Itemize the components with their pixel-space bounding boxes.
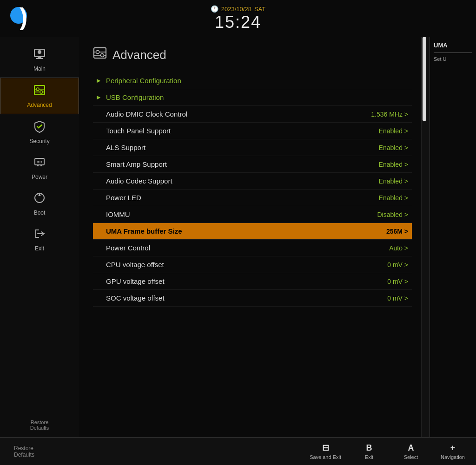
main-label: Main [33, 65, 46, 72]
sidebar-item-main[interactable]: Main [0, 42, 79, 78]
arrow-icon-cpu-v: ▶ [97, 262, 100, 268]
restore-footer-label: RestoreDefaults [14, 445, 34, 458]
logo-d: ) [20, 5, 37, 30]
arrow-icon-als: ▶ [97, 144, 100, 151]
main-layout: Main Advanced [0, 37, 476, 437]
right-panel-divider [434, 52, 472, 53]
setting-name-als: ALS Support [106, 144, 370, 151]
setting-smart-amp[interactable]: ▶ Smart Amp Support Enabled > [93, 156, 412, 173]
clock-icon: 🕐 [211, 5, 218, 13]
sidebar-item-security[interactable]: Security [0, 114, 79, 150]
setting-value-power-led: Enabled > [379, 194, 408, 202]
select-btn-icon: A [408, 443, 414, 453]
power-label: Power [32, 174, 47, 180]
setting-value-iommu: Disabled > [377, 211, 408, 218]
setting-value-dmic: 1.536 MHz > [371, 111, 408, 118]
arrow-icon-power-led: ▶ [97, 195, 100, 201]
setting-power-led[interactable]: ▶ Power LED Enabled > [93, 190, 412, 206]
right-panel-desc: Set U [434, 56, 472, 63]
sidebar-item-power[interactable]: Power [0, 150, 79, 186]
navigation-btn-icon: + [450, 443, 456, 453]
arrow-icon-power-ctrl: ▶ [97, 245, 100, 251]
arrow-icon-usb: ▶ [97, 94, 100, 100]
setting-uma-frame[interactable]: ▶ UMA Frame buffer Size 256M > [93, 223, 412, 240]
header-date: 🕐 2023/10/28 SAT [211, 5, 265, 13]
setting-gpu-voltage[interactable]: ▶ GPU voltage offset 0 mV > [93, 273, 412, 290]
setting-usb-config[interactable]: ▶ USB Configuration [93, 89, 412, 106]
setting-name-uma: UMA Frame buffer Size [106, 227, 377, 235]
setting-iommu[interactable]: ▶ IOMMU Disabled > [93, 206, 412, 223]
setting-soc-voltage[interactable]: ▶ SOC voltage offset 0 mV > [93, 290, 412, 307]
setting-touch-panel[interactable]: ▶ Touch Panel Support Enabled > [93, 123, 412, 139]
setting-name-gpu-v: GPU voltage offset [106, 277, 378, 285]
exit-button[interactable]: B Exit [355, 443, 383, 460]
sidebar-item-advanced[interactable]: Advanced [0, 78, 79, 114]
arrow-icon-uma: ▶ [97, 228, 100, 234]
page-title: Advanced [93, 46, 412, 63]
exit-btn-icon: B [366, 443, 372, 453]
svg-rect-4 [34, 85, 45, 95]
power-icon [33, 156, 46, 172]
scrollbar-thumb[interactable] [423, 37, 426, 121]
svg-point-8 [40, 91, 43, 93]
save-exit-icon: ⊟ [322, 443, 329, 453]
sidebar-item-boot[interactable]: Boot [0, 186, 79, 222]
time-display: 15:24 [215, 13, 261, 32]
content-area: Advanced ▶ Peripheral Configuration ▶ US… [79, 37, 421, 437]
select-button[interactable]: A Select [397, 443, 425, 460]
svg-rect-13 [40, 165, 42, 166]
setting-value-smart-amp: Enabled > [379, 161, 408, 168]
day-text: SAT [254, 6, 265, 13]
save-exit-button[interactable]: ⊟ Save and Exit [310, 443, 341, 460]
page-title-text: Advanced [112, 48, 166, 62]
setting-name-dmic: Audio DMIC Clock Control [106, 110, 362, 118]
restore-defaults-footer[interactable]: RestoreDefaults [14, 445, 34, 458]
boot-label: Boot [34, 210, 46, 216]
svg-point-25 [101, 54, 104, 57]
setting-name-cpu-v: CPU voltage offset [106, 261, 378, 269]
exit-label: Exit [35, 245, 44, 252]
setting-value-als: Enabled > [379, 144, 408, 151]
exit-btn-label: Exit [365, 454, 373, 460]
time-block: 🕐 2023/10/28 SAT 15:24 [211, 5, 265, 32]
sidebar: Main Advanced [0, 37, 79, 437]
setting-cpu-voltage[interactable]: ▶ CPU voltage offset 0 mV > [93, 256, 412, 273]
exit-icon [33, 227, 46, 243]
setting-value-audio-codec: Enabled > [379, 177, 408, 185]
setting-als[interactable]: ▶ ALS Support Enabled > [93, 139, 412, 156]
setting-audio-codec[interactable]: ▶ Audio Codec Support Enabled > [93, 173, 412, 190]
setting-name-peripheral: Peripheral Configuration [106, 77, 399, 85]
right-panel-title: UMA [434, 42, 472, 49]
navigation-button[interactable]: + Navigation [439, 443, 467, 460]
advanced-label: Advanced [27, 102, 52, 108]
navigation-btn-label: Navigation [441, 454, 465, 460]
footer: RestoreDefaults ⊟ Save and Exit B Exit A… [0, 437, 476, 465]
logo: ) [9, 5, 37, 33]
svg-point-3 [38, 50, 41, 54]
svg-rect-1 [38, 57, 41, 58]
arrow-icon-audio-codec: ▶ [97, 178, 100, 184]
setting-name-soc-v: SOC voltage offset [106, 294, 378, 302]
setting-audio-dmic[interactable]: ▶ Audio DMIC Clock Control 1.536 MHz > [93, 106, 412, 123]
arrow-icon-iommu: ▶ [97, 211, 100, 217]
security-label: Security [29, 138, 49, 144]
setting-power-control[interactable]: ▶ Power Control Auto > [93, 240, 412, 256]
setting-value-soc-v: 0 mV > [387, 295, 408, 302]
setting-value-power-control: Auto > [389, 244, 408, 252]
setting-peripheral-config[interactable]: ▶ Peripheral Configuration [93, 72, 412, 89]
svg-point-22 [96, 51, 99, 54]
setting-name-audio-codec: Audio Codec Support [106, 177, 370, 185]
main-icon [33, 47, 46, 64]
advanced-icon [33, 84, 46, 100]
sidebar-item-exit[interactable]: Exit [0, 222, 79, 257]
arrow-icon-smart-amp: ▶ [97, 161, 100, 167]
security-icon [33, 120, 46, 136]
scrollbar-track[interactable] [421, 37, 430, 437]
restore-label: RestoreDefaults [30, 419, 49, 431]
date-text: 2023/10/28 [221, 6, 251, 13]
arrow-icon-peripheral: ▶ [97, 78, 100, 84]
arrow-icon-touch: ▶ [97, 128, 100, 134]
svg-rect-11 [35, 158, 44, 165]
settings-list: ▶ Peripheral Configuration ▶ USB Configu… [93, 72, 412, 432]
restore-defaults-sidebar[interactable]: RestoreDefaults [0, 413, 79, 437]
